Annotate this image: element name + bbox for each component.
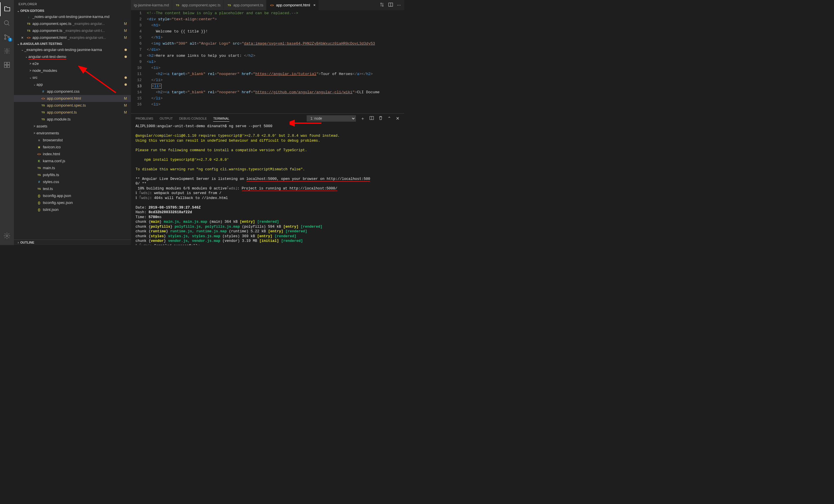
chevron-icon: ⌄ [24,53,28,60]
activity-bar: 3 [0,0,14,245]
file-icon: # [41,88,46,95]
source-control-icon[interactable]: 3 [0,30,14,44]
file-icon: <> [37,151,42,157]
open-editor-item[interactable]: ×<>app.component.html_examples-angular-u… [14,34,131,41]
project-header[interactable]: ⌄8-ANGULAR-UNIT-TESTING [14,41,131,46]
split-terminal-icon[interactable] [370,116,374,121]
panel-tab-debug[interactable]: DEBUG CONSOLE [179,115,207,122]
file-item[interactable]: ★favicon.ico [14,144,131,151]
editor-tab[interactable]: ig-jasmine-karma.md [131,0,172,10]
close-icon[interactable]: × [20,35,24,41]
file-icon: <> [26,35,31,41]
sidebar: EXPLORER ⌄OPEN EDITORS ↓_notes-angular-u… [14,0,131,245]
svg-line-1 [8,24,9,25]
split-editor-icon[interactable] [388,2,393,8]
open-editor-item[interactable]: TSapp.component.spec.ts_examples-angular… [14,20,131,27]
file-icon: TS [26,27,31,34]
explorer-icon[interactable] [0,2,14,16]
file-item[interactable]: TSapp.component.tsM [14,109,131,116]
folder-item[interactable]: >environments [14,130,131,137]
file-icon: {} [37,206,42,213]
file-icon: K [37,158,42,164]
file-icon: ≡ [37,137,42,144]
file-item[interactable]: ≡browserslist [14,137,131,144]
folder-item[interactable]: >node_modules [14,67,131,74]
file-icon: TS [37,186,42,192]
code-editor[interactable]: 12345678910111213141516 <!--The content … [131,10,404,113]
compare-changes-icon[interactable] [380,2,384,8]
svg-point-0 [4,21,8,25]
chevron-icon: > [28,67,32,74]
file-item[interactable]: {}tsconfig.spec.json [14,199,131,206]
file-icon: ↓ [26,14,31,20]
chevron-icon: ⌄ [28,74,32,81]
search-icon[interactable] [0,16,14,30]
file-item[interactable]: {}tsconfig.app.json [14,192,131,199]
file-icon: TS [37,165,42,171]
file-item[interactable]: <>index.html [14,151,131,158]
panel-tab-output[interactable]: OUTPUT [159,115,173,122]
chevron-icon: > [28,61,32,67]
file-icon: TS [41,116,46,123]
chevron-icon: > [32,130,37,136]
file-icon: TS [41,109,46,115]
editor-tab[interactable]: TSapp.component.spec.ts [172,0,223,10]
file-item[interactable]: TSmain.ts [14,165,131,172]
folder-item[interactable]: ⌄angular-unit-test-demo [14,53,131,60]
settings-icon[interactable] [0,229,14,243]
file-item[interactable]: TSapp.module.ts [14,116,131,123]
file-item[interactable]: TSapp.component.spec.tsM [14,102,131,109]
more-actions-icon[interactable]: ⋯ [397,3,401,7]
folder-item[interactable]: >assets [14,123,131,130]
bottom-panel: PROBLEMS OUTPUT DEBUG CONSOLE TERMINAL 1… [131,113,404,245]
file-item[interactable]: TStest.ts [14,185,131,192]
svg-rect-7 [7,62,9,65]
file-item[interactable]: #styles.css [14,178,131,185]
editor-tab[interactable]: TSapp.component.ts [224,0,266,10]
terminal-output[interactable]: ALIPL1008:angular-unit-test-demo dinanat… [131,124,404,245]
file-item[interactable]: Kkarma.conf.js [14,158,131,165]
editor-tabs: ig-jasmine-karma.mdTSapp.component.spec.… [131,0,404,10]
extensions-icon[interactable] [0,58,14,72]
file-icon: TS [26,21,31,27]
maximize-panel-icon[interactable]: ⌃ [388,116,391,121]
folder-item[interactable]: ⌄_examples-angular-unit-testing-jasmine-… [14,46,131,53]
open-editors-header[interactable]: ⌄OPEN EDITORS [14,8,131,13]
file-icon: TS [227,4,232,7]
chevron-icon: > [32,123,37,130]
file-item[interactable]: #app.component.css [14,88,131,95]
svg-point-10 [6,235,8,237]
svg-rect-9 [7,65,9,67]
svg-point-2 [5,35,6,36]
main-area: ig-jasmine-karma.mdTSapp.component.spec.… [131,0,404,245]
close-panel-icon[interactable]: ✕ [396,116,400,121]
terminal-select[interactable]: 1: node [307,115,356,122]
open-editor-item[interactable]: ↓_notes-angular-unit-testing-jasmine-kar… [14,13,131,20]
svg-point-5 [6,50,8,52]
new-terminal-icon[interactable]: ＋ [360,116,365,122]
panel-tab-problems[interactable]: PROBLEMS [135,115,153,122]
file-item[interactable]: {}tslint.json [14,206,131,213]
svg-rect-8 [4,65,7,67]
file-icon: {} [37,193,42,199]
panel-tab-terminal[interactable]: TERMINAL [213,115,229,122]
chevron-icon: ⌄ [32,81,37,88]
file-icon: <> [269,3,275,7]
folder-item[interactable]: ⌄src [14,74,131,81]
file-item[interactable]: TSpolyfills.ts [14,172,131,178]
editor-tab[interactable]: <>app.component.html× [266,0,319,10]
outline-header[interactable]: ›OUTLINE [14,240,131,245]
svg-point-3 [5,38,6,40]
file-icon: TS [175,4,180,7]
file-icon: # [37,179,42,185]
file-icon: ★ [37,144,42,150]
kill-terminal-icon[interactable] [378,116,383,121]
debug-icon[interactable] [0,44,14,58]
close-tab-icon[interactable]: × [313,3,316,7]
folder-item[interactable]: ⌄app [14,81,131,88]
file-item[interactable]: <>app.component.htmlM [14,95,131,102]
scm-badge: 3 [8,38,12,42]
folder-item[interactable]: >e2e [14,60,131,67]
open-editor-item[interactable]: TSapp.component.ts_examples-angular-unit… [14,27,131,34]
sidebar-title: EXPLORER [14,0,131,8]
